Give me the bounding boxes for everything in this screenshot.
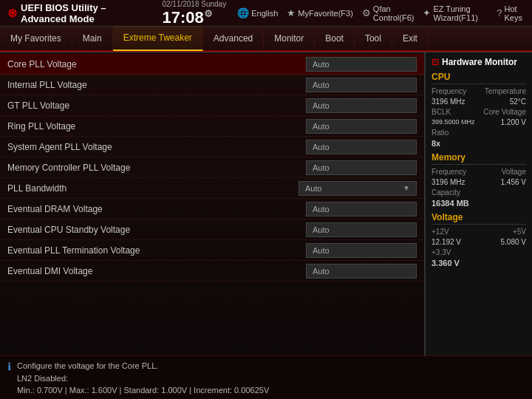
setting-value-internal-pll[interactable]: Auto: [306, 78, 417, 92]
qfan-label: Qfan Control(F6): [373, 4, 415, 22]
nav-bar: My Favorites Main Extreme Tweaker Advanc…: [0, 27, 532, 52]
time-display: 17:08⚙: [162, 9, 226, 26]
bios-title: UEFI BIOS Utility – Advanced Mode: [21, 2, 151, 24]
setting-value-eventual-cpu-standby[interactable]: Auto: [306, 222, 417, 237]
date-display: 02/11/2018 Sunday: [162, 0, 226, 9]
info-line3: Min.: 0.700V | Max.: 1.600V | Standard: …: [17, 384, 269, 397]
mem-freq-value: 3196 MHz: [432, 178, 466, 186]
setting-row-pll-bandwidth[interactable]: PLL Bandwidth Auto ▼: [0, 178, 424, 199]
v12-value: 12.192 V: [432, 238, 461, 246]
cpu-ratio-value-row: 8x: [432, 139, 526, 148]
v12-v5-labels: +12V +5V: [432, 228, 526, 236]
settings-panel: Core PLL Voltage Auto Internal PLL Volta…: [0, 52, 425, 355]
v5-value: 5.080 V: [501, 238, 526, 246]
setting-label-gt-pll: GT PLL Voltage: [7, 100, 306, 111]
v33-label: +3.3V: [432, 248, 451, 256]
cpu-temp-value: 52°C: [510, 98, 526, 106]
datetime: 02/11/2018 Sunday 17:08⚙: [162, 0, 226, 27]
cpu-bclk-cv-values: 399.5000 MHz 1.200 V: [432, 118, 526, 126]
language-icon: 🌐: [237, 7, 249, 18]
mem-volt-label: Voltage: [502, 168, 526, 176]
hotkeys-icon: ?: [497, 7, 502, 18]
setting-value-pll-bandwidth[interactable]: Auto ▼: [299, 181, 417, 196]
mem-freq-volt-values: 3196 MHz 1.456 V: [432, 178, 526, 186]
cpu-ratio-label-row: Ratio: [432, 129, 526, 137]
language-selector[interactable]: 🌐 English: [237, 7, 278, 18]
setting-value-eventual-dmi[interactable]: Auto: [306, 264, 417, 279]
v5-label: +5V: [513, 228, 526, 236]
setting-value-sa-pll[interactable]: Auto: [306, 140, 417, 154]
setting-label-ring-pll: Ring PLL Voltage: [7, 121, 306, 132]
memory-section-title: Memory: [432, 152, 526, 165]
setting-value-mc-pll[interactable]: Auto: [306, 160, 417, 175]
setting-row-internal-pll[interactable]: Internal PLL Voltage Auto: [0, 75, 424, 95]
mem-freq-label: Frequency: [432, 168, 466, 176]
setting-row-eventual-dram[interactable]: Eventual DRAM Voltage Auto: [0, 199, 424, 219]
nav-tool[interactable]: Tool: [355, 26, 392, 51]
qfan-btn[interactable]: ⚙ Qfan Control(F6): [362, 4, 415, 22]
cpu-freq-temp-values: 3196 MHz 52°C: [432, 98, 526, 106]
cpu-freq-value: 3196 MHz: [432, 98, 466, 106]
info-line2: LN2 Disabled:: [17, 372, 269, 385]
setting-label-core-pll: Core PLL Voltage: [7, 59, 306, 69]
hot-keys-btn[interactable]: ? Hot Keys: [497, 4, 525, 22]
header-icons: 🌐 English ★ MyFavorite(F3) ⚙ Qfan Contro…: [237, 4, 525, 22]
cpu-ratio-label: Ratio: [432, 129, 449, 137]
voltage-section-title: Voltage: [432, 212, 526, 225]
cpu-freq-temp-labels: Frequency Temperature: [432, 87, 526, 95]
setting-value-core-pll[interactable]: Auto: [306, 57, 417, 72]
v12-v5-values: 12.192 V 5.080 V: [432, 238, 526, 246]
setting-row-gt-pll[interactable]: GT PLL Voltage Auto: [0, 95, 424, 116]
mem-freq-volt-labels: Frequency Voltage: [432, 168, 526, 176]
main-area: Core PLL Voltage Auto Internal PLL Volta…: [0, 52, 532, 355]
nav-advanced[interactable]: Advanced: [203, 26, 264, 51]
setting-label-pll-bandwidth: PLL Bandwidth: [7, 183, 299, 194]
fan-icon: ⚙: [362, 7, 371, 18]
cpu-temp-label: Temperature: [485, 87, 526, 95]
nav-main[interactable]: Main: [72, 26, 113, 51]
hot-keys-label: Hot Keys: [505, 4, 525, 22]
info-bar: ℹ Configure the voltage for the Core PLL…: [0, 355, 532, 399]
wizard-icon: ✦: [423, 7, 431, 18]
cpu-freq-label: Frequency: [432, 87, 466, 95]
mem-cap-label-row: Capacity: [432, 188, 526, 197]
ez-tuning-btn[interactable]: ✦ EZ Tuning Wizard(F11): [423, 4, 488, 22]
v33-value: 3.360 V: [432, 259, 460, 267]
rog-icon: ⊛: [7, 6, 17, 20]
nav-monitor[interactable]: Monitor: [264, 26, 315, 51]
setting-row-eventual-dmi[interactable]: Eventual DMI Voltage Auto: [0, 261, 424, 282]
nav-boot[interactable]: Boot: [315, 26, 355, 51]
header: ⊛ UEFI BIOS Utility – Advanced Mode 02/1…: [0, 0, 532, 52]
gear-icon[interactable]: ⚙: [204, 8, 213, 19]
hw-monitor-title: ⊡ Hardware Monitor: [432, 57, 526, 67]
my-favorite-btn[interactable]: ★ MyFavorite(F3): [287, 7, 353, 18]
nav-extreme-tweaker[interactable]: Extreme Tweaker: [113, 26, 203, 51]
language-label: English: [251, 9, 278, 18]
mem-cap-value: 16384 MB: [432, 199, 469, 208]
v33-label-row: +3.3V: [432, 248, 526, 256]
cpu-bclk-value: 399.5000 MHz: [432, 118, 475, 126]
bios-logo: ⊛ UEFI BIOS Utility – Advanced Mode: [7, 2, 151, 24]
info-line1: Configure the voltage for the Core PLL.: [17, 360, 269, 372]
setting-value-eventual-dram[interactable]: Auto: [306, 202, 417, 216]
setting-value-eventual-pll-term[interactable]: Auto: [306, 243, 417, 258]
setting-row-eventual-pll-term[interactable]: Eventual PLL Termination Voltage Auto: [0, 240, 424, 261]
setting-label-internal-pll: Internal PLL Voltage: [7, 80, 306, 90]
setting-value-gt-pll[interactable]: Auto: [306, 98, 417, 113]
mem-volt-value: 1.456 V: [501, 178, 526, 186]
nav-my-favorites[interactable]: My Favorites: [0, 26, 72, 51]
info-icon: ℹ: [7, 361, 11, 372]
nav-exit[interactable]: Exit: [392, 26, 429, 51]
setting-row-mc-pll[interactable]: Memory Controller PLL Voltage Auto: [0, 157, 424, 178]
setting-row-eventual-cpu-standby[interactable]: Eventual CPU Standby Voltage Auto: [0, 219, 424, 240]
hw-monitor-panel: ⊡ Hardware Monitor CPU Frequency Tempera…: [425, 52, 532, 355]
setting-value-ring-pll[interactable]: Auto: [306, 119, 417, 134]
cpu-core-v-value: 1.200 V: [501, 118, 526, 126]
v33-value-row: 3.360 V: [432, 259, 526, 267]
setting-row-core-pll[interactable]: Core PLL Voltage Auto: [0, 54, 424, 75]
info-line4: LN2 Enabled:: [17, 397, 269, 400]
setting-row-ring-pll[interactable]: Ring PLL Voltage Auto: [0, 116, 424, 137]
setting-label-eventual-cpu-standby: Eventual CPU Standby Voltage: [7, 225, 306, 235]
dropdown-arrow-icon: ▼: [403, 184, 410, 192]
setting-row-sa-pll[interactable]: System Agent PLL Voltage Auto: [0, 137, 424, 157]
